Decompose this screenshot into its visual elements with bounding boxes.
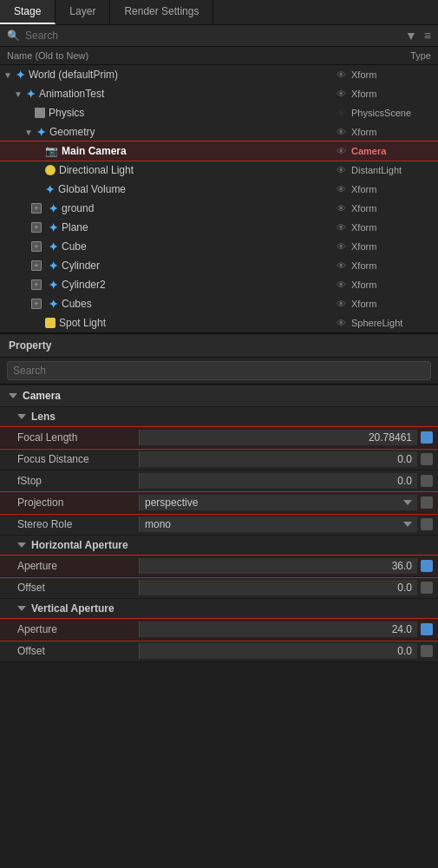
expand-icon[interactable]: + — [31, 222, 42, 233]
tree-row[interactable]: + ✦ Cube 👁 Xform — [0, 237, 438, 256]
light-icon — [45, 165, 56, 175]
h-aperture-btn[interactable] — [421, 560, 433, 572]
tree-row[interactable]: Spot Light 👁 SphereLight — [0, 313, 438, 332]
menu-icon[interactable]: ≡ — [424, 29, 431, 43]
h-aperture-subgroup-header[interactable]: Horizontal Aperture — [0, 536, 438, 556]
lens-subgroup-header[interactable]: Lens — [0, 407, 438, 427]
tree-row[interactable]: + ✦ Plane 👁 Xform — [0, 218, 438, 237]
visibility-icon[interactable]: 👁 — [330, 318, 351, 328]
visibility-icon[interactable]: 👁 — [330, 69, 351, 80]
focus-distance-label: Focus Distance — [0, 453, 139, 465]
visibility-icon[interactable]: 👁 — [330, 89, 351, 99]
camera-icon: 📷 — [45, 145, 58, 157]
row-label: Cubes — [62, 298, 92, 310]
focus-distance-row: Focus Distance — [0, 449, 438, 470]
projection-dropdown-arrow — [403, 500, 412, 505]
row-label: Geometry — [49, 126, 95, 138]
v-offset-input[interactable] — [139, 643, 417, 659]
lens-label: Lens — [31, 411, 56, 423]
h-aperture-input[interactable] — [139, 558, 417, 574]
xform-icon: ✦ — [49, 260, 58, 273]
v-offset-row: Offset — [0, 641, 438, 662]
tree-row[interactable]: ▼ ✦ Geometry 👁 Xform — [0, 122, 438, 141]
type-col-header: Type — [410, 50, 431, 61]
tree-row[interactable]: + ✦ Cylinder 👁 Xform — [0, 256, 438, 275]
h-aperture-expand-icon — [17, 542, 26, 548]
projection-dropdown[interactable]: perspective — [139, 495, 417, 510]
focus-distance-input[interactable] — [139, 451, 417, 467]
tree-row-main-camera[interactable]: 📷 Main Camera 👁 Camera — [0, 141, 438, 161]
row-label: ground — [62, 202, 94, 214]
v-offset-value-wrap — [139, 643, 438, 659]
search-icons: ▼ ≡ — [405, 29, 431, 43]
focal-length-btn[interactable] — [421, 431, 433, 444]
scene-tree: ▼ ✦ World (defaultPrim) 👁 Xform ▼ ✦ Anim… — [0, 65, 438, 332]
visibility-icon[interactable]: 👁 — [330, 299, 351, 309]
filter-icon[interactable]: ▼ — [405, 29, 417, 43]
expand-icon[interactable]: + — [31, 260, 42, 271]
tree-row[interactable]: ▼ ✦ World (defaultPrim) 👁 Xform — [0, 65, 438, 84]
row-expand-icon[interactable]: ▼ — [14, 89, 23, 99]
h-offset-input[interactable] — [139, 580, 417, 595]
visibility-icon[interactable]: 👁 — [330, 260, 351, 271]
tab-render-settings[interactable]: Render Settings — [110, 0, 213, 24]
row-type: Xform — [351, 260, 438, 271]
visibility-icon[interactable]: 👁 — [330, 108, 351, 118]
visibility-icon[interactable]: 👁 — [330, 241, 351, 252]
v-aperture-expand-icon — [17, 606, 26, 611]
xform-icon: ✦ — [16, 69, 25, 82]
visibility-icon[interactable]: 👁 — [330, 203, 351, 214]
row-type: Xform — [351, 241, 438, 252]
camera-group-header[interactable]: Camera — [0, 385, 438, 407]
tree-row[interactable]: + ✦ Cylinder2 👁 Xform — [0, 275, 438, 294]
projection-btn[interactable] — [421, 496, 433, 509]
h-offset-btn[interactable] — [421, 582, 433, 594]
v-offset-btn[interactable] — [421, 645, 433, 657]
row-type: Xform — [351, 127, 438, 137]
focus-distance-value-wrap — [139, 451, 438, 467]
stereo-role-value-wrap: mono — [139, 516, 438, 532]
tree-row[interactable]: Directional Light 👁 DistantLight — [0, 161, 438, 180]
stereo-role-btn[interactable] — [421, 518, 433, 530]
row-type: Xform — [351, 89, 438, 99]
tree-row[interactable]: + ✦ Cubes 👁 Xform — [0, 294, 438, 313]
visibility-icon[interactable]: 👁 — [330, 165, 351, 175]
tree-row[interactable]: ▼ ✦ AnimationTest 👁 Xform — [0, 84, 438, 103]
visibility-icon[interactable]: 👁 — [330, 184, 351, 194]
tree-row[interactable]: Physics 👁 PhysicsScene — [0, 103, 438, 122]
search-icon: 🔍 — [7, 30, 20, 42]
focus-distance-btn[interactable] — [421, 453, 433, 465]
expand-icon[interactable]: + — [31, 299, 42, 309]
tab-stage[interactable]: Stage — [0, 0, 56, 24]
camera-group-expand — [9, 393, 17, 398]
expand-icon[interactable]: + — [31, 241, 42, 252]
v-aperture-subgroup-header[interactable]: Vertical Aperture — [0, 599, 438, 619]
row-type: SphereLight — [351, 318, 438, 328]
fstop-input[interactable] — [139, 473, 417, 489]
expand-icon[interactable]: + — [31, 279, 42, 290]
tab-layer[interactable]: Layer — [56, 0, 110, 24]
visibility-icon[interactable]: 👁 — [330, 279, 351, 290]
row-type: Xform — [351, 203, 438, 214]
spotlight-icon — [45, 318, 56, 328]
row-type: DistantLight — [351, 165, 438, 175]
property-search-input[interactable] — [7, 361, 431, 380]
stereo-role-dropdown[interactable]: mono — [139, 516, 417, 532]
focal-length-input[interactable] — [139, 430, 417, 445]
v-aperture-btn[interactable] — [421, 623, 433, 635]
visibility-icon[interactable]: 👁 — [330, 146, 351, 156]
v-aperture-input[interactable] — [139, 621, 417, 637]
tree-row[interactable]: + ✦ ground 👁 Xform — [0, 199, 438, 218]
visibility-icon[interactable]: 👁 — [330, 127, 351, 137]
expand-icon[interactable]: + — [31, 203, 42, 214]
name-col-header: Name (Old to New) — [7, 50, 88, 61]
fstop-btn[interactable] — [421, 475, 433, 487]
visibility-icon[interactable]: 👁 — [330, 222, 351, 233]
xform-icon: ✦ — [49, 279, 58, 292]
row-expand-icon[interactable]: ▼ — [3, 70, 12, 80]
focal-length-label: Focal Length — [0, 431, 139, 444]
tree-row[interactable]: ✦ Global Volume 👁 Xform — [0, 180, 438, 199]
xform-icon: ✦ — [49, 240, 58, 253]
row-expand-icon[interactable]: ▼ — [24, 128, 33, 137]
search-input[interactable] — [25, 30, 400, 42]
